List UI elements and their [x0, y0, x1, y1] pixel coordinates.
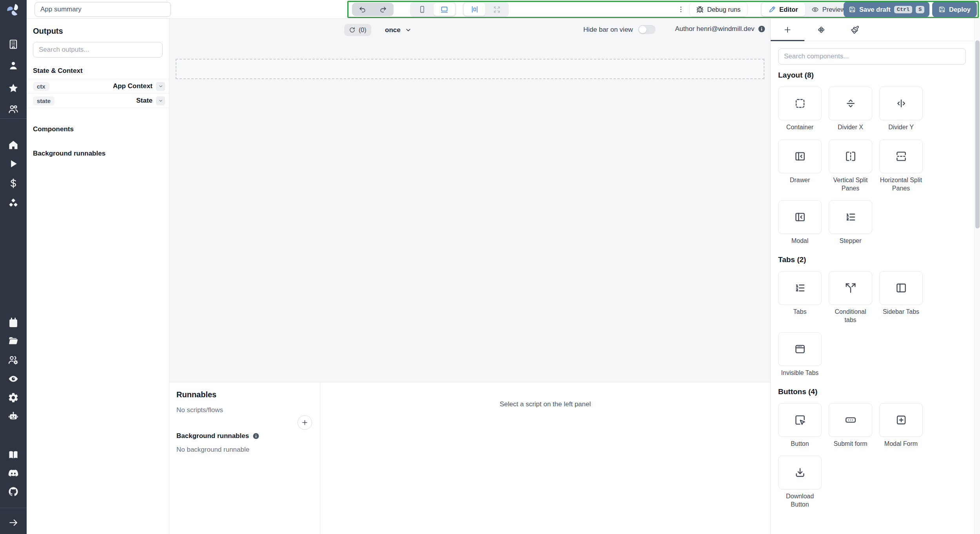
component-label: Vertical Split Panes	[829, 176, 872, 193]
folder-open-icon[interactable]	[6, 334, 20, 348]
center-layout-button[interactable]	[464, 3, 485, 16]
state-context-header: State & Context	[33, 67, 163, 75]
dollar-icon[interactable]	[6, 176, 20, 190]
output-row-ctx[interactable]: ctx App Context	[27, 79, 169, 94]
component-card-sidebar-tabs[interactable]	[879, 271, 923, 305]
home-icon[interactable]	[6, 138, 20, 152]
component-card-download-button[interactable]	[778, 456, 822, 489]
desktop-view-button[interactable]	[434, 3, 455, 16]
mobile-view-button[interactable]	[411, 3, 433, 16]
component-label: Drawer	[778, 176, 822, 185]
redo-button[interactable]	[373, 3, 394, 16]
state-value: State	[136, 97, 152, 105]
drawer-icon	[794, 211, 806, 223]
component-section-title: Layout (8)	[778, 71, 966, 80]
add-background-runnable-button[interactable]	[298, 415, 312, 430]
component-card-modal-form[interactable]	[879, 403, 923, 437]
component-cell: Stepper	[829, 200, 872, 245]
runnables-panel: Runnables No scripts/flows Background ru…	[169, 382, 320, 534]
drawer-icon	[794, 150, 806, 162]
component-card-vertical-split-panes[interactable]	[829, 139, 872, 173]
github-icon[interactable]	[6, 485, 20, 499]
tab-styling[interactable]	[838, 19, 872, 41]
component-card-stepper[interactable]	[829, 200, 872, 234]
component-cell: Modal	[778, 200, 822, 245]
fullwidth-layout-button[interactable]	[486, 3, 508, 16]
kbd-ctrl: Ctrl	[894, 6, 912, 13]
hide-bar-label: Hide bar on view	[583, 26, 633, 34]
component-card-horizontal-split-panes[interactable]	[879, 139, 923, 173]
app-window-icon	[794, 343, 806, 355]
star-icon[interactable]	[6, 81, 20, 95]
chevron-down-icon[interactable]	[156, 82, 165, 91]
discord-icon[interactable]	[6, 466, 20, 480]
component-card-conditional-tabs[interactable]	[829, 271, 872, 305]
hide-bar-toggle[interactable]	[638, 25, 655, 34]
component-card-modal[interactable]	[778, 200, 822, 234]
outputs-search-input[interactable]	[33, 42, 163, 58]
deploy-button[interactable]: Deploy	[932, 2, 977, 17]
divider-y-icon	[895, 98, 907, 109]
more-menu-button[interactable]	[674, 2, 688, 16]
component-card-button[interactable]	[778, 403, 822, 437]
calendar-icon[interactable]	[6, 316, 20, 330]
eye-filled-icon[interactable]	[6, 372, 20, 386]
info-icon[interactable]	[252, 433, 260, 440]
save-draft-button[interactable]: Save draft Ctrl S	[844, 2, 929, 17]
split-icon	[845, 282, 857, 294]
layout-toggle-group	[463, 2, 509, 17]
gear-icon[interactable]	[6, 391, 20, 405]
component-card-divider-x[interactable]	[829, 87, 872, 120]
app-canvas[interactable]: (0) once Hide bar on view Author henri@w…	[169, 19, 770, 382]
component-card-divider-y[interactable]	[879, 87, 923, 120]
user-icon[interactable]	[6, 58, 20, 72]
editor-preview-group: Editor Preview	[760, 2, 853, 17]
topbar: Debug runs Editor Preview Save draft Ctr…	[27, 0, 980, 19]
users-icon[interactable]	[6, 102, 20, 116]
panel-left-icon	[895, 282, 907, 294]
undo-button[interactable]	[352, 3, 373, 16]
empty-grid-row[interactable]	[176, 59, 764, 79]
tab-insert-component[interactable]	[771, 19, 804, 41]
play-icon[interactable]	[6, 157, 20, 171]
users-cog-icon[interactable]	[6, 353, 20, 367]
book-open-icon[interactable]	[6, 448, 20, 462]
device-toggle-group	[410, 2, 456, 17]
scrollbar-thumb[interactable]	[975, 40, 980, 228]
debug-runs-button[interactable]: Debug runs	[689, 2, 748, 17]
component-card-container[interactable]	[778, 87, 822, 120]
info-icon[interactable]	[758, 25, 766, 33]
list-ordered-icon	[794, 282, 806, 294]
editor-tab[interactable]: Editor	[762, 3, 805, 16]
output-row-state[interactable]: state State	[27, 94, 169, 108]
tab-component-settings[interactable]	[804, 19, 838, 41]
component-card-tabs[interactable]	[778, 271, 822, 305]
run-mode-dropdown[interactable]: once	[385, 24, 412, 36]
background-runnables-header: Background runnables	[33, 150, 163, 157]
boxes-icon[interactable]	[6, 196, 20, 210]
vertical-split-icon	[845, 150, 857, 162]
outputs-panel: Outputs State & Context ctx App Context …	[27, 19, 169, 534]
components-panel: Layout (8)ContainerDivider XDivider YDra…	[770, 19, 980, 534]
component-card-drawer[interactable]	[778, 139, 822, 173]
component-label: Sidebar Tabs	[879, 308, 923, 316]
windmill-logo[interactable]	[6, 2, 21, 17]
building-icon[interactable]	[6, 37, 20, 51]
app-summary-input[interactable]	[34, 2, 171, 17]
pencil-icon	[769, 6, 776, 13]
chevron-down-icon	[405, 26, 412, 34]
refresh-count-button[interactable]: (0)	[344, 24, 371, 36]
component-sections: Layout (8)ContainerDivider XDivider YDra…	[778, 71, 966, 509]
runnables-title: Runnables	[176, 390, 312, 399]
component-card-invisible-tabs[interactable]	[778, 332, 822, 366]
arrow-right-icon[interactable]	[6, 516, 20, 530]
components-search-input[interactable]	[778, 48, 966, 65]
component-label: Tabs	[778, 308, 822, 316]
component-label: Invisible Tabs	[778, 369, 822, 377]
chevron-down-icon[interactable]	[156, 96, 165, 105]
scrollbar[interactable]	[974, 19, 980, 534]
component-card-submit-form[interactable]	[829, 403, 872, 437]
component-cell: Divider Y	[879, 87, 923, 132]
component-label: Submit form	[829, 440, 872, 448]
bot-icon[interactable]	[6, 409, 20, 423]
